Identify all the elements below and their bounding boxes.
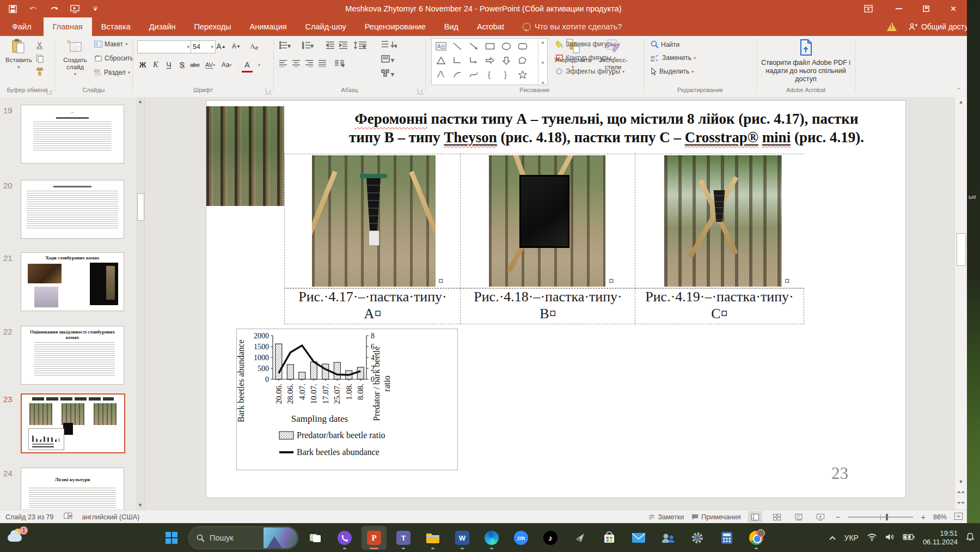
cut-icon[interactable]: [36, 41, 44, 50]
taskbar-app-mail[interactable]: [626, 526, 651, 550]
slide-counter[interactable]: Слайд 23 из 79: [5, 513, 54, 521]
slide-thumbnail-19[interactable]: ─: [21, 105, 124, 163]
slide-thumbnail-24[interactable]: Лісові культури: [21, 468, 124, 509]
previous-slide-icon[interactable]: ⏶⏶: [955, 489, 967, 495]
taskbar-app-scanner[interactable]: [567, 526, 592, 550]
start-button[interactable]: [159, 526, 184, 550]
shape-freeform-icon[interactable]: [514, 53, 531, 68]
slideshow-from-start-icon[interactable]: [70, 4, 79, 14]
tab-animations[interactable]: Анимация: [241, 17, 296, 36]
create-pdf-button[interactable]: Створити файл Adobe PDF і надати до ньог…: [757, 38, 855, 83]
slide-thumbnail-23[interactable]: [21, 393, 125, 453]
shapes-gallery[interactable]: A{} ▲▼▼: [431, 38, 548, 85]
zoom-in-button[interactable]: +: [921, 512, 926, 521]
shape-scribble-icon[interactable]: [433, 68, 449, 82]
shape-elbow-arrow-icon[interactable]: [465, 53, 482, 68]
redo-icon[interactable]: [49, 4, 59, 14]
new-slide-button[interactable]: Создать слайд▾: [59, 38, 91, 78]
tab-review[interactable]: Рецензирование: [356, 17, 435, 36]
shape-down-arrow-icon[interactable]: [498, 53, 514, 68]
tab-file[interactable]: Файл: [0, 17, 44, 36]
shape-rectangle-icon[interactable]: [482, 39, 498, 53]
line-spacing-icon[interactable]: ▾: [353, 41, 367, 49]
panel-scroll-down-icon[interactable]: ▼: [136, 502, 144, 508]
underline-button[interactable]: Ч: [163, 59, 174, 71]
wifi-icon[interactable]: [867, 533, 877, 543]
shape-oval-icon[interactable]: [498, 39, 514, 53]
paste-button[interactable]: Вставить▾: [5, 38, 32, 71]
beetle-chart[interactable]: 05001000150020000246820.06.28.06.4.07.10…: [236, 329, 458, 470]
activation-warning-icon[interactable]: [887, 22, 897, 31]
slideshow-view-button[interactable]: [813, 511, 828, 523]
tab-insert[interactable]: Вставка: [92, 17, 140, 36]
tab-home[interactable]: Главная: [44, 17, 92, 36]
caption-a[interactable]: Рис.·4.17·–·пастка·типу·А¤: [284, 288, 461, 324]
align-center-icon[interactable]: [292, 60, 301, 67]
trap-photo-b[interactable]: [489, 155, 605, 287]
tab-slideshow[interactable]: Слайд-шоу: [296, 17, 356, 36]
main-scrollbar[interactable]: ▲ ▼ ⏶⏶ ⏷⏷: [954, 97, 967, 509]
increase-indent-icon[interactable]: [339, 41, 348, 49]
trap-photo-a[interactable]: [312, 155, 436, 287]
panel-scrollbar[interactable]: ▲ ▼: [136, 97, 144, 509]
zoom-out-button[interactable]: −: [835, 512, 840, 521]
notifications-bell-icon[interactable]: [966, 532, 975, 543]
section-button[interactable]: Раздел▾: [94, 69, 130, 76]
tray-chevron-icon[interactable]: [829, 533, 836, 543]
taskbar-app-viber[interactable]: [332, 526, 357, 550]
clock[interactable]: 19:5106.11.2024: [923, 529, 958, 547]
find-button[interactable]: Найти: [651, 40, 679, 48]
text-direction-icon[interactable]: ▾: [381, 40, 397, 49]
bullets-icon[interactable]: ▾: [279, 41, 298, 49]
layout-button[interactable]: Макет▾: [94, 40, 128, 48]
customize-qat-icon[interactable]: [90, 4, 100, 14]
paragraph-dialog-launcher[interactable]: [418, 88, 424, 94]
align-right-icon[interactable]: [305, 60, 314, 67]
scroll-up-icon[interactable]: ▲: [955, 99, 967, 105]
italic-button[interactable]: К: [150, 59, 161, 71]
slide-title-textbox[interactable]: Феромонні пастки типу А – тунельні, що м…: [304, 110, 909, 147]
undo-icon[interactable]: [28, 4, 38, 14]
search-box[interactable]: Пошук: [188, 526, 298, 549]
format-painter-icon[interactable]: [36, 68, 44, 76]
justify-icon[interactable]: [318, 60, 327, 67]
shape-right-brace-icon[interactable]: }: [498, 68, 514, 82]
trap-photo-c[interactable]: [664, 155, 782, 287]
save-icon[interactable]: [8, 4, 17, 14]
taskbar-app-chrome[interactable]: [744, 526, 769, 550]
change-case-button[interactable]: Aa▾: [221, 59, 232, 71]
language-indicator[interactable]: английский (США): [82, 513, 140, 521]
collapse-ribbon-icon[interactable]: ⌃: [957, 87, 961, 94]
taskbar-app-tiktok[interactable]: ♪: [538, 526, 563, 550]
shape-curve-icon[interactable]: [465, 68, 482, 82]
caption-b[interactable]: Рис.·4.18·–·пастка·типу·В¤: [460, 288, 635, 324]
slide-23[interactable]: Феромонні пастки типу А – тунельні, що м…: [206, 101, 905, 498]
shape-arrow-icon[interactable]: [465, 39, 482, 53]
taskbar-app-calculator[interactable]: [714, 526, 739, 550]
font-name-combo[interactable]: ▾: [137, 40, 192, 53]
minimize-button[interactable]: [885, 0, 912, 17]
panel-scroll-up-icon[interactable]: ▲: [136, 99, 144, 104]
weather-widget[interactable]: 1: [7, 527, 30, 548]
taskbar-app-teams[interactable]: T: [391, 526, 416, 550]
slide-sorter-view-button[interactable]: [770, 511, 784, 523]
shape-effects-button[interactable]: Эффекты фигуры▾: [555, 68, 624, 75]
zoom-level[interactable]: 86%: [933, 513, 947, 521]
tab-view[interactable]: Вид: [435, 17, 468, 36]
shape-elbow1-icon[interactable]: [449, 53, 465, 68]
taskbar-app-edge[interactable]: [479, 526, 504, 550]
character-spacing-button[interactable]: AV▾: [205, 59, 216, 71]
increase-font-icon[interactable]: A▲: [216, 40, 226, 52]
shape-arc-icon[interactable]: [449, 68, 465, 82]
ribbon-display-options-icon[interactable]: [856, 0, 881, 17]
font-size-combo[interactable]: 54▾: [191, 40, 216, 53]
slide-thumbnail-21[interactable]: Ходи стовбурових комах: [21, 252, 124, 311]
shapes-gallery-scrollbar[interactable]: ▲▼▼: [538, 39, 547, 87]
clear-formatting-icon[interactable]: A: [248, 40, 259, 52]
numbering-icon[interactable]: 123▾: [302, 41, 321, 49]
scroll-thumb[interactable]: [957, 233, 966, 266]
taskbar-app-task-view[interactable]: [303, 526, 328, 550]
shape-rounded-rect-icon[interactable]: [514, 39, 531, 53]
fit-slide-button[interactable]: [954, 513, 963, 521]
shape-line-icon[interactable]: [449, 39, 465, 53]
